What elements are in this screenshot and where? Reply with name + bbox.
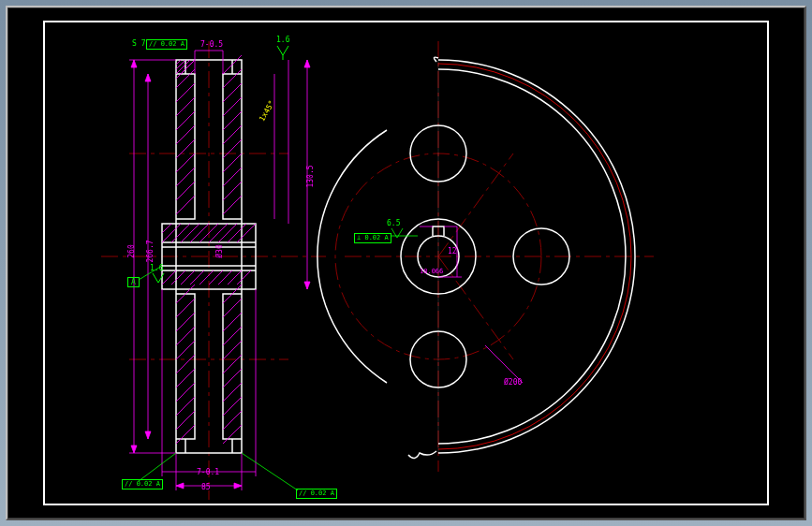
svg-marker-89 [304, 60, 310, 67]
svg-line-58 [176, 313, 195, 331]
surface-finish-top [277, 46, 288, 55]
dim-outer: 266.7 [146, 240, 155, 262]
svg-line-19 [176, 111, 195, 130]
svg-line-64 [176, 397, 195, 416]
svg-line-11 [176, 60, 185, 69]
svg-marker-80 [131, 446, 137, 453]
hatch-left-rim [176, 60, 195, 214]
dim-top-width: 7-0.5 [200, 40, 223, 49]
svg-line-117 [485, 345, 523, 383]
svg-line-39 [171, 224, 190, 242]
svg-marker-79 [131, 60, 137, 67]
svg-line-45 [228, 224, 246, 242]
svg-line-69 [223, 313, 242, 331]
tol-frame-br: // 0.02 A [296, 489, 337, 499]
svg-line-76 [223, 411, 242, 430]
front-half-view [317, 41, 654, 472]
svg-line-61 [176, 355, 195, 373]
svg-line-41 [190, 224, 209, 242]
svg-line-75 [223, 397, 242, 416]
drawing-border: 85 7-0.1 7-0.5 260 266.7 130.5 Ø30 12 18… [43, 21, 769, 505]
svg-line-68 [223, 299, 242, 317]
dim-hub-width: 7-0.1 [197, 468, 219, 476]
sf-key: 6.5 [387, 219, 400, 227]
tol-frame-top: // 0.02 A [146, 39, 187, 50]
svg-line-38 [162, 224, 181, 242]
svg-line-30 [223, 111, 242, 130]
svg-line-40 [181, 224, 199, 242]
dim-bolt-circle: Ø200 [504, 378, 522, 387]
dim-pitch-dia: 260 [127, 244, 136, 257]
dim-key: 12 [448, 247, 457, 256]
hatch-right-rim [223, 55, 242, 214]
svg-line-71 [223, 341, 242, 359]
svg-line-59 [176, 327, 195, 345]
svg-line-103 [139, 453, 176, 481]
svg-line-25 [176, 196, 195, 214]
tol-frame-mid: ⊥ 0.02 A [354, 233, 391, 243]
svg-line-18 [176, 97, 195, 116]
svg-line-22 [176, 153, 195, 172]
dim-bore: Ø30 [215, 244, 224, 257]
svg-line-73 [223, 369, 242, 387]
svg-line-74 [223, 383, 242, 402]
sf-bore: 1.6 [150, 264, 163, 272]
svg-line-70 [223, 327, 242, 345]
drawing-canvas[interactable]: 85 7-0.1 7-0.5 260 266.7 130.5 Ø30 12 18… [45, 22, 767, 504]
svg-line-21 [176, 139, 195, 158]
svg-line-35 [223, 182, 242, 200]
svg-marker-90 [304, 282, 310, 289]
surface-finish-key [391, 228, 403, 238]
svg-line-28 [223, 83, 242, 102]
tol-frame-bl: // 0.02 A [122, 479, 163, 489]
svg-line-37 [162, 224, 171, 233]
svg-line-60 [176, 341, 195, 359]
dim-key-ref: 18.066 [420, 268, 443, 275]
tol-s7: S 7 [132, 39, 145, 48]
svg-line-109 [438, 153, 513, 256]
svg-line-23 [176, 168, 195, 186]
svg-line-31 [223, 125, 242, 144]
svg-marker-85 [145, 431, 151, 439]
svg-line-57 [176, 299, 195, 317]
svg-line-20 [176, 125, 195, 144]
svg-line-46 [237, 224, 256, 242]
svg-line-43 [209, 224, 228, 242]
svg-line-65 [176, 411, 195, 430]
cad-window-frame: 85 7-0.1 7-0.5 260 266.7 130.5 Ø30 12 18… [6, 6, 806, 520]
svg-line-62 [176, 369, 195, 387]
svg-line-110 [438, 256, 513, 359]
svg-line-17 [176, 83, 195, 102]
svg-line-72 [223, 355, 242, 373]
svg-line-36 [223, 196, 242, 214]
svg-line-63 [176, 383, 195, 402]
svg-line-32 [223, 139, 242, 158]
svg-line-44 [218, 224, 237, 242]
datum-a: A [127, 277, 140, 287]
svg-line-34 [223, 168, 242, 186]
svg-marker-84 [145, 74, 151, 81]
svg-line-33 [223, 153, 242, 172]
dim-half-r: 130.5 [306, 165, 315, 187]
svg-line-24 [176, 182, 195, 200]
sf-top: 1.6 [276, 36, 289, 44]
svg-line-29 [223, 97, 242, 116]
svg-marker-92 [176, 483, 184, 489]
dim-width: 85 [201, 483, 211, 491]
svg-marker-93 [234, 483, 242, 489]
